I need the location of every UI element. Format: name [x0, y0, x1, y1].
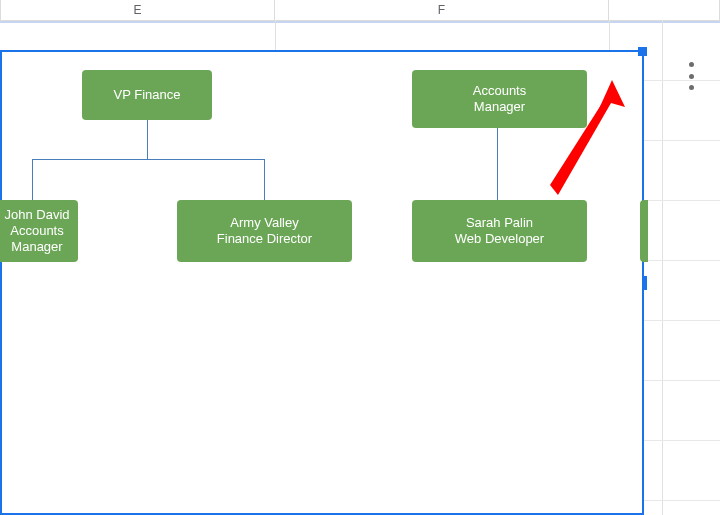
org-node-john-david[interactable]: John David Accounts Manager [0, 200, 78, 262]
freeze-bar [0, 21, 720, 23]
col-header-e[interactable]: E [1, 0, 275, 20]
gridline [644, 320, 720, 321]
chart-options-icon[interactable] [684, 62, 698, 90]
org-node-sarah-palin[interactable]: Sarah Palin Web Developer [412, 200, 587, 262]
resize-handle-top-right[interactable] [638, 47, 647, 56]
org-node-label: John David Accounts Manager [2, 207, 72, 256]
resize-handle-mid-right[interactable] [642, 276, 647, 290]
gridline [644, 380, 720, 381]
org-node-label: Accounts Manager [418, 83, 581, 116]
gridline [644, 80, 720, 81]
connector [32, 159, 33, 200]
org-node-label: Sarah Palin Web Developer [418, 215, 581, 248]
org-node-label: VP Finance [88, 87, 206, 103]
gridline [644, 140, 720, 141]
connector [497, 127, 498, 200]
connector [147, 119, 148, 159]
gridline [644, 260, 720, 261]
org-node-label: Army Valley Finance Director [183, 215, 346, 248]
org-node-partial[interactable] [640, 200, 648, 262]
org-chart-object[interactable]: VP Finance Accounts Manager John David A… [0, 50, 644, 515]
org-node-accounts-manager[interactable]: Accounts Manager [412, 70, 587, 128]
connector [32, 159, 264, 160]
org-node-army-valley[interactable]: Army Valley Finance Director [177, 200, 352, 262]
org-node-vp-finance[interactable]: VP Finance [82, 70, 212, 120]
column-header-row: E F [0, 0, 720, 21]
gridline [644, 200, 720, 201]
col-header-blank-right [609, 0, 720, 20]
col-header-f[interactable]: F [275, 0, 609, 20]
gridline [644, 500, 720, 501]
connector [264, 159, 265, 200]
gridline [644, 440, 720, 441]
